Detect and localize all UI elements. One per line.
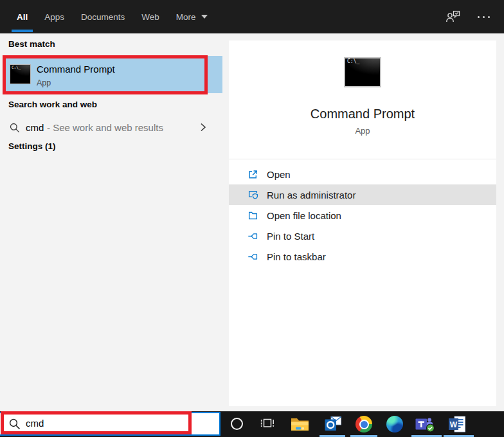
shield-window-icon [248, 190, 258, 201]
preview-pane: C:\_ Command Prompt App Open Run as admi… [229, 40, 496, 406]
action-pin-to-start[interactable]: Pin to Start [229, 226, 496, 246]
action-run-as-administrator[interactable]: Run as administrator [229, 184, 496, 205]
open-external-icon [248, 169, 258, 180]
command-prompt-icon-large: C:\_ [344, 57, 381, 87]
word-icon[interactable]: W [448, 416, 466, 433]
web-search-suffix: - See work and web results [47, 122, 163, 133]
action-open-label: Open [267, 169, 291, 180]
more-options-icon[interactable] [478, 16, 490, 18]
search-flyout: Best match C:\_ Command Prompt App Searc… [0, 33, 504, 411]
folder-open-icon [248, 210, 258, 221]
filter-tabs: All Apps Documents Web More [0, 0, 216, 33]
action-open-file-location-label: Open file location [267, 210, 341, 221]
tab-more-label: More [176, 12, 196, 22]
chrome-icon[interactable] [356, 416, 372, 433]
tab-documents[interactable]: Documents [73, 0, 133, 33]
action-pin-to-taskbar-label: Pin to taskbar [267, 251, 326, 262]
svg-text:W: W [450, 420, 458, 429]
tab-web[interactable]: Web [133, 0, 168, 33]
cortana-icon[interactable] [231, 418, 243, 430]
pin-icon [248, 251, 258, 262]
web-search-result[interactable]: cmd - See work and web results [0, 115, 222, 139]
action-pin-to-taskbar[interactable]: Pin to taskbar [229, 246, 496, 267]
annotation-box-search-field [1, 411, 192, 434]
annotation-box-best-match [3, 55, 208, 94]
tab-all-label: All [17, 12, 28, 22]
action-run-as-administrator-label: Run as administrator [267, 190, 356, 201]
action-pin-to-start-label: Pin to Start [267, 231, 314, 242]
divider [229, 159, 496, 159]
file-explorer-icon[interactable] [291, 417, 309, 432]
tab-documents-label: Documents [81, 12, 125, 22]
web-search-query: cmd [26, 122, 44, 133]
edge-icon[interactable] [386, 416, 403, 433]
search-web-header: Search work and web [8, 100, 97, 109]
action-list: Open Run as administrator Open file loca… [229, 164, 496, 267]
tab-apps-label: Apps [44, 12, 64, 22]
task-view-icon[interactable] [260, 416, 275, 431]
settings-header: Settings (1) [8, 141, 56, 151]
chevron-down-icon [201, 15, 208, 19]
tab-web-label: Web [141, 12, 159, 22]
preview-app-type: App [229, 126, 496, 136]
account-feedback-icon[interactable] [446, 10, 461, 24]
taskbar: cmd W [0, 411, 504, 437]
tab-apps[interactable]: Apps [36, 0, 73, 33]
best-match-header: Best match [8, 39, 55, 49]
tab-all[interactable]: All [8, 0, 36, 33]
action-open[interactable]: Open [229, 164, 496, 184]
chevron-right-icon [200, 122, 206, 132]
search-topbar: All Apps Documents Web More [0, 0, 504, 33]
search-icon [10, 123, 20, 133]
teams-icon[interactable] [415, 416, 435, 433]
preview-app-name: Command Prompt [229, 107, 496, 121]
action-open-file-location[interactable]: Open file location [229, 205, 496, 226]
tab-more[interactable]: More [168, 0, 216, 33]
outlook-icon[interactable] [324, 416, 342, 433]
pin-icon [248, 231, 258, 242]
